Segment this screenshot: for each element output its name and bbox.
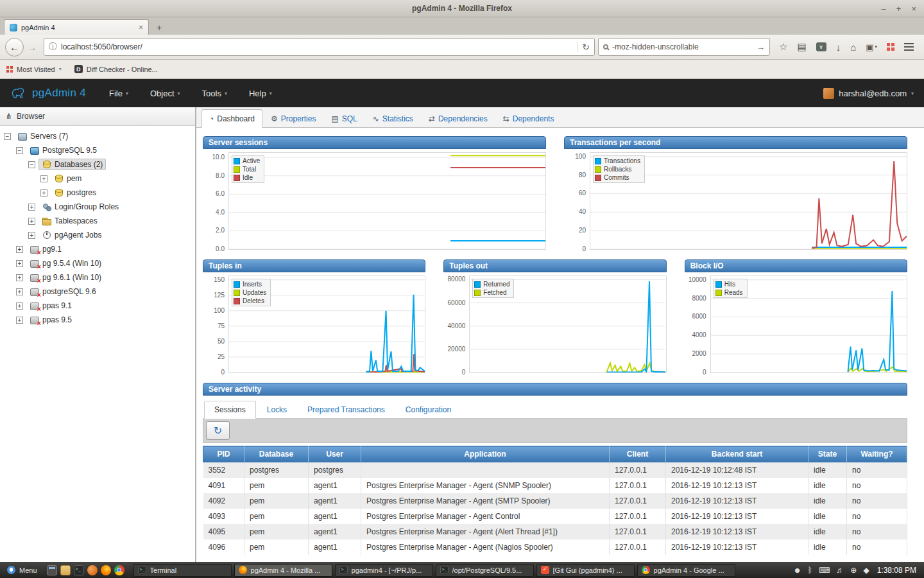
tree-item-servers-7[interactable]: −Servers (7) (0, 129, 195, 143)
menu-tools[interactable]: Tools▾ (202, 89, 227, 98)
table-row[interactable]: 4091pemagent1Postgres Enterprise Manager… (203, 478, 907, 493)
bookmark-most-visited[interactable]: Most Visited ▾ (6, 66, 62, 73)
expand-icon[interactable]: + (16, 274, 23, 281)
activity-tab-configuration[interactable]: Configuration (396, 401, 461, 418)
column-header-backend-start[interactable]: Backend start (666, 446, 809, 462)
hamburger-menu-icon[interactable] (904, 46, 914, 48)
tree-item-pgagent-jobs[interactable]: +pgAgent Jobs (0, 228, 195, 242)
expand-icon[interactable]: + (16, 288, 23, 295)
back-button[interactable]: ← (5, 38, 24, 57)
activity-tab-locks[interactable]: Locks (257, 401, 296, 418)
tree-item-pg-9-6-1-win-10[interactable]: +×pg 9.6.1 (Win 10) (0, 270, 195, 285)
clock[interactable]: 1:38:08 PM (877, 566, 921, 575)
bookmark-star-icon[interactable]: ☆ (779, 41, 787, 53)
new-tab-button[interactable]: + (151, 21, 167, 35)
taskbar-window-pgadmin-4-mozilla[interactable]: pgAdmin 4 - Mozilla ... (234, 564, 332, 577)
tree-item-pg-9-5-4-win-10[interactable]: +×pg 9.5.4 (Win 10) (0, 256, 195, 270)
collapse-icon[interactable]: − (4, 133, 11, 140)
expand-icon[interactable]: + (16, 302, 23, 310)
search-bar[interactable]: → (598, 38, 770, 56)
menu-file[interactable]: File▾ (109, 89, 128, 98)
tab-dependents[interactable]: ⇆Dependents (496, 110, 561, 127)
expand-icon[interactable]: + (16, 260, 23, 267)
tree-item-postgres[interactable]: +postgres (0, 186, 195, 200)
expand-icon[interactable]: + (40, 175, 47, 182)
column-header-waiting[interactable]: Waiting? (847, 446, 907, 462)
input-method-icon[interactable]: ⌨ (819, 566, 830, 575)
search-input[interactable] (612, 42, 753, 51)
url-input[interactable] (61, 42, 573, 51)
collapse-icon[interactable]: − (28, 161, 35, 168)
expand-icon[interactable]: + (28, 232, 35, 239)
firefox-icon[interactable] (101, 565, 111, 575)
collapse-icon[interactable]: − (16, 147, 23, 154)
apps-grid-icon[interactable] (887, 43, 894, 51)
tab-statistics[interactable]: ∿Statistics (366, 110, 420, 127)
screenshot-tool-icon[interactable]: ▣▾ (866, 42, 877, 52)
expand-icon[interactable]: + (16, 317, 23, 324)
terminal-icon[interactable] (74, 565, 84, 575)
column-header-database[interactable]: Database (244, 446, 309, 462)
table-row[interactable]: 4095pemagent1Postgres Enterprise Manager… (203, 524, 907, 539)
refresh-button[interactable]: ↻ (206, 421, 230, 440)
tree-item-login-group-roles[interactable]: +Login/Group Roles (0, 200, 195, 214)
expand-icon[interactable]: + (28, 218, 35, 225)
chrome-icon[interactable] (114, 565, 124, 575)
table-row[interactable]: 4096pemagent1Postgres Enterprise Manager… (203, 539, 907, 555)
browser-tab-pgadmin[interactable]: pgAdmin 4 × (4, 19, 149, 35)
security-shield-icon[interactable]: ◆ (863, 566, 869, 575)
column-header-client[interactable]: Client (610, 446, 666, 462)
close-button[interactable]: × (911, 4, 916, 13)
account-menu[interactable]: harshal@edb.com ▾ (823, 88, 914, 99)
activity-tab-prepared-transactions[interactable]: Prepared Transactions (298, 401, 395, 418)
tree-item-ppas-9-5[interactable]: +×ppas 9.5 (0, 313, 195, 327)
downloads-icon[interactable]: ↓ (836, 42, 841, 53)
tab-properties[interactable]: ⚙Properties (264, 110, 323, 127)
window-icon[interactable] (47, 565, 57, 575)
tab-sql[interactable]: ▤SQL (324, 110, 364, 127)
menu-object[interactable]: Object▾ (150, 89, 180, 98)
expand-icon[interactable]: + (40, 189, 47, 197)
tree-item-tablespaces[interactable]: +Tablespaces (0, 214, 195, 228)
column-header-user[interactable]: User (309, 446, 361, 462)
reading-list-icon[interactable]: ▤ (797, 41, 806, 53)
table-row[interactable]: 3552postgrespostgres127.0.0.12016-12-19 … (203, 462, 907, 478)
taskbar-window-opt-postgresql-9-5[interactable]: /opt/PostgreSQL/9.5... (436, 564, 534, 577)
bookmark-diff-checker[interactable]: D Diff Checker - Online... (74, 65, 158, 73)
taskbar-window-git-gui-pgadmin4[interactable]: [Git Gui (pgadmin4) ... (536, 564, 635, 577)
taskbar-window-pgadmin4-prj-p[interactable]: pgadmin4 - [~/PRJ/p... (335, 564, 433, 577)
activity-tab-sessions[interactable]: Sessions (204, 401, 256, 419)
applications-menu-button[interactable]: Menu (3, 563, 42, 577)
table-row[interactable]: 4092pemagent1Postgres Enterprise Manager… (203, 493, 907, 509)
java-icon[interactable] (87, 565, 98, 575)
tab-dependencies[interactable]: ⇄Dependencies (422, 110, 495, 127)
reload-icon[interactable]: ↻ (577, 42, 590, 52)
menu-help[interactable]: Help▾ (249, 89, 272, 98)
bluetooth-icon[interactable]: ᛒ (808, 566, 812, 575)
expand-icon[interactable]: + (16, 246, 23, 253)
column-header-pid[interactable]: PID (203, 446, 244, 462)
tree-item-postgresql-9-6[interactable]: +×postgreSQL 9.6 (0, 285, 195, 299)
url-bar[interactable]: ⓘ ↻ (44, 38, 595, 56)
user-icon[interactable]: ☻ (793, 566, 801, 575)
tab-close-icon[interactable]: × (139, 23, 143, 32)
volume-icon[interactable]: ♬ (836, 566, 844, 575)
maximize-button[interactable]: + (896, 4, 902, 13)
minimize-button[interactable]: – (882, 4, 886, 13)
network-icon[interactable]: ⊕ (850, 566, 857, 575)
taskbar-window-pgadmin-4-google[interactable]: pgAdmin 4 - Google ... (637, 564, 735, 577)
table-row[interactable]: 4093pemagent1Postgres Enterprise Manager… (203, 509, 907, 524)
tab-dashboard[interactable]: ◔Dashboard (201, 109, 262, 128)
tree-item-pg9-1[interactable]: +×pg9.1 (0, 242, 195, 256)
forward-button[interactable]: → (24, 42, 40, 53)
column-header-application[interactable]: Application (361, 446, 610, 462)
search-go-icon[interactable]: → (757, 42, 765, 52)
folder-icon[interactable] (60, 565, 71, 575)
column-header-state[interactable]: State (809, 446, 847, 462)
tree-item-ppas-9-1[interactable]: +×ppas 9.1 (0, 299, 195, 313)
site-info-icon[interactable]: ⓘ (49, 41, 57, 53)
tree-item-pem[interactable]: +pem (0, 171, 195, 186)
expand-icon[interactable]: + (28, 204, 35, 211)
pocket-icon[interactable]: ∨ (816, 42, 826, 51)
taskbar-window-terminal[interactable]: Terminal (133, 564, 232, 577)
